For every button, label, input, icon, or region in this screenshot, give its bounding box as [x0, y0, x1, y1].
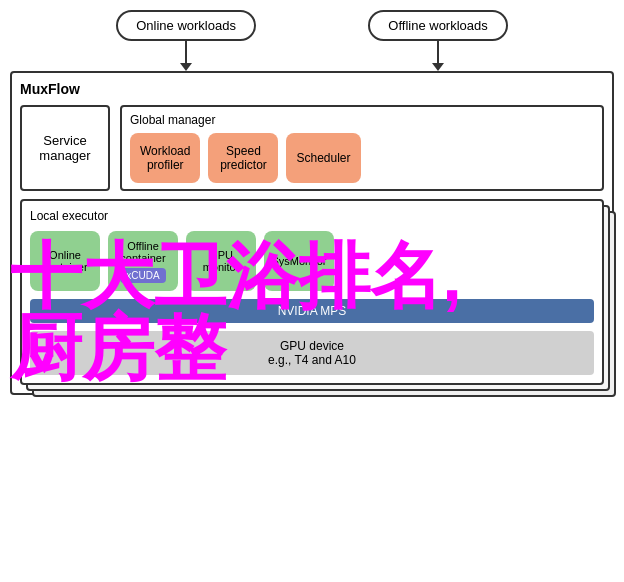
muxflow-box: MuxFlow Servicemanager Global manager Wo…	[10, 71, 614, 395]
offline-container-label: Offlinecontainer	[120, 240, 165, 264]
gpu-device-bar: GPU devicee.g., T4 and A10	[30, 331, 594, 375]
global-manager-section: Global manager Workloadprofiler Speedpre…	[120, 105, 604, 191]
offline-container-item: Offlinecontainer xCUDA	[108, 231, 178, 291]
arrow-head-2	[432, 63, 444, 71]
sysmonitor-item: SysMonitor	[264, 231, 334, 291]
workload-profiler-item: Workloadprofiler	[130, 133, 200, 183]
global-manager-items: Workloadprofiler Speedpredictor Schedule…	[130, 133, 594, 183]
online-container-label: Onlinecontainer	[42, 249, 87, 273]
local-executor-box: Local executor Onlinecontainer Offlineco…	[20, 199, 604, 385]
muxflow-label: MuxFlow	[20, 81, 604, 97]
service-manager-box: Servicemanager	[20, 105, 110, 191]
stacked-area: Local executor Onlinecontainer Offlineco…	[20, 199, 604, 385]
local-executor-label: Local executor	[30, 209, 594, 223]
sysmonitor-label: SysMonitor	[271, 255, 326, 267]
offline-workloads-arrow: Offline workloads	[368, 10, 507, 71]
speed-predictor-item: Speedpredictor	[208, 133, 278, 183]
online-workloads-arrow: Online workloads	[116, 10, 256, 71]
gpu-device-label: GPU devicee.g., T4 and A10	[268, 339, 356, 367]
online-container-item: Onlinecontainer	[30, 231, 100, 291]
gpu-monitor-item: GPUmonitor	[186, 231, 256, 291]
offline-workloads-label: Offline workloads	[368, 10, 507, 41]
arrow-line-1	[185, 41, 187, 63]
diagram-container: Online workloads Offline workloads MuxFl…	[0, 0, 624, 582]
arrow-head-1	[180, 63, 192, 71]
xcuda-badge: xCUDA	[120, 268, 165, 283]
arrow-line-2	[437, 41, 439, 63]
scheduler-item: Scheduler	[286, 133, 360, 183]
nvidia-mps-bar: NVIDIA MPS	[30, 299, 594, 323]
gpu-monitor-label: GPUmonitor	[203, 249, 240, 273]
online-workloads-label: Online workloads	[116, 10, 256, 41]
global-manager-label: Global manager	[130, 113, 594, 127]
top-section: Servicemanager Global manager Workloadpr…	[20, 105, 604, 191]
service-manager-label: Servicemanager	[39, 133, 90, 163]
executor-items: Onlinecontainer Offlinecontainer xCUDA G…	[30, 231, 594, 291]
